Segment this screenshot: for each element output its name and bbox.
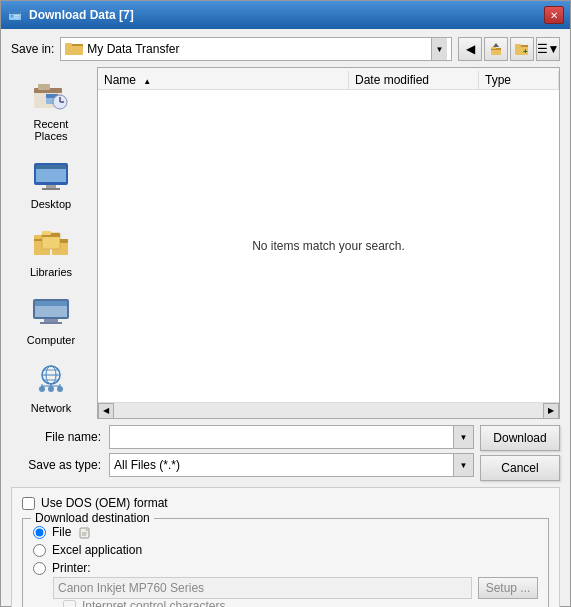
form-section: File name: ▼ Save as type: ▼ Download C: [11, 425, 560, 481]
radio-file[interactable]: [33, 526, 46, 539]
save-in-row: Save in: My Data Transfer ▼ ◀: [11, 37, 560, 61]
action-buttons: Download Cancel: [480, 425, 560, 481]
view-button[interactable]: ☰▼: [536, 37, 560, 61]
sidebar-item-libraries-label: Libraries: [30, 266, 72, 278]
setup-button[interactable]: Setup ...: [478, 577, 538, 599]
up-button[interactable]: [484, 37, 508, 61]
svg-point-2: [11, 15, 14, 18]
folder-icon: [65, 41, 83, 58]
printer-input: [53, 577, 472, 599]
empty-message: No items match your search.: [252, 239, 405, 253]
sidebar-item-computer[interactable]: Computer: [13, 287, 89, 351]
main-area: Recent Places Desktop: [11, 67, 560, 419]
dialog-body: Save in: My Data Transfer ▼ ◀: [1, 29, 570, 607]
interpret-row: Interpret control characters: [63, 599, 538, 607]
group-title: Download destination: [31, 511, 154, 525]
svg-point-49: [48, 386, 54, 392]
radio-file-row: File: [33, 523, 538, 541]
interpret-label: Interpret control characters: [82, 599, 225, 607]
save-as-type-label: Save as type:: [11, 458, 101, 472]
column-header-name[interactable]: Name ▲: [98, 71, 349, 89]
svg-rect-37: [42, 231, 51, 235]
column-header-type[interactable]: Type: [479, 71, 559, 89]
radio-excel-row: Excel application: [33, 541, 538, 559]
recent-places-icon: [31, 76, 71, 116]
window-icon: [7, 7, 23, 23]
sidebar-item-network[interactable]: Network: [13, 355, 89, 419]
svg-rect-27: [46, 185, 56, 188]
svg-point-50: [57, 386, 63, 392]
title-bar: Download Data [7] ✕: [1, 1, 570, 29]
scroll-left-button[interactable]: ◀: [98, 403, 114, 419]
save-in-dropdown-arrow[interactable]: ▼: [431, 38, 447, 60]
radio-printer[interactable]: [33, 562, 46, 575]
dos-format-row: Use DOS (OEM) format: [22, 494, 549, 512]
file-list-content: No items match your search.: [98, 90, 559, 402]
sort-arrow: ▲: [143, 77, 151, 86]
new-folder-button[interactable]: +: [510, 37, 534, 61]
bottom-section: Use DOS (OEM) format Download destinatio…: [11, 487, 560, 607]
svg-rect-4: [14, 17, 18, 18]
svg-marker-11: [493, 43, 499, 47]
file-icon-inline: [79, 525, 93, 539]
download-destination-group: Download destination File: [22, 518, 549, 607]
svg-rect-28: [42, 188, 60, 190]
radio-excel[interactable]: [33, 544, 46, 557]
sidebar: Recent Places Desktop: [11, 67, 91, 419]
file-list-area: Name ▲ Date modified Type No items match…: [97, 67, 560, 419]
filename-input[interactable]: [110, 430, 453, 444]
svg-rect-10: [491, 47, 496, 49]
svg-point-48: [39, 386, 45, 392]
save-in-combo[interactable]: My Data Transfer ▼: [60, 37, 452, 61]
horizontal-scrollbar[interactable]: ◀ ▶: [98, 402, 559, 418]
scroll-right-button[interactable]: ▶: [543, 403, 559, 419]
libraries-icon: [31, 224, 71, 264]
download-button[interactable]: Download: [480, 425, 560, 451]
svg-rect-1: [9, 11, 21, 14]
sidebar-item-recent-places[interactable]: Recent Places: [13, 71, 89, 147]
window-title: Download Data [7]: [29, 8, 544, 22]
cancel-button[interactable]: Cancel: [480, 455, 560, 481]
filename-dropdown-arrow[interactable]: ▼: [453, 426, 473, 448]
sidebar-item-recent-places-label: Recent Places: [18, 118, 84, 142]
sidebar-item-desktop[interactable]: Desktop: [13, 151, 89, 215]
dos-format-checkbox[interactable]: [22, 497, 35, 510]
radio-printer-label: Printer:: [52, 561, 91, 575]
dialog-window: Download Data [7] ✕ Save in: My Data Tra…: [0, 0, 571, 607]
column-header-date[interactable]: Date modified: [349, 71, 479, 89]
filename-combo[interactable]: ▼: [109, 425, 474, 449]
filename-label: File name:: [11, 430, 101, 444]
save-in-label: Save in:: [11, 42, 54, 56]
svg-rect-26: [36, 165, 66, 169]
svg-rect-18: [38, 84, 50, 90]
svg-rect-3: [14, 15, 19, 16]
title-bar-buttons: ✕: [544, 6, 564, 24]
nav-buttons: ◀ + ☰▼: [458, 37, 560, 61]
save-as-type-dropdown-arrow[interactable]: ▼: [453, 454, 473, 476]
svg-text:+: +: [523, 47, 528, 56]
save-in-value: My Data Transfer: [87, 42, 427, 56]
form-fields: File name: ▼ Save as type: ▼: [11, 425, 474, 477]
svg-rect-14: [515, 44, 521, 47]
computer-icon: [31, 292, 71, 332]
svg-rect-40: [35, 301, 67, 306]
sidebar-item-network-label: Network: [31, 402, 71, 414]
radio-printer-row: Printer:: [33, 559, 538, 577]
svg-rect-7: [65, 43, 72, 46]
save-as-type-combo[interactable]: ▼: [109, 453, 474, 477]
sidebar-item-computer-label: Computer: [27, 334, 75, 346]
svg-rect-41: [44, 319, 58, 322]
network-icon: [31, 360, 71, 400]
svg-rect-31: [34, 235, 42, 239]
radio-excel-label: Excel application: [52, 543, 142, 557]
radio-file-label: File: [52, 525, 93, 539]
save-as-type-input[interactable]: [110, 458, 453, 472]
interpret-checkbox: [63, 600, 76, 608]
sidebar-item-libraries[interactable]: Libraries: [13, 219, 89, 283]
dos-format-label: Use DOS (OEM) format: [41, 496, 168, 510]
back-button[interactable]: ◀: [458, 37, 482, 61]
scrollbar-track[interactable]: [114, 403, 543, 419]
file-list-header: Name ▲ Date modified Type: [98, 68, 559, 90]
desktop-icon: [31, 156, 71, 196]
close-button[interactable]: ✕: [544, 6, 564, 24]
